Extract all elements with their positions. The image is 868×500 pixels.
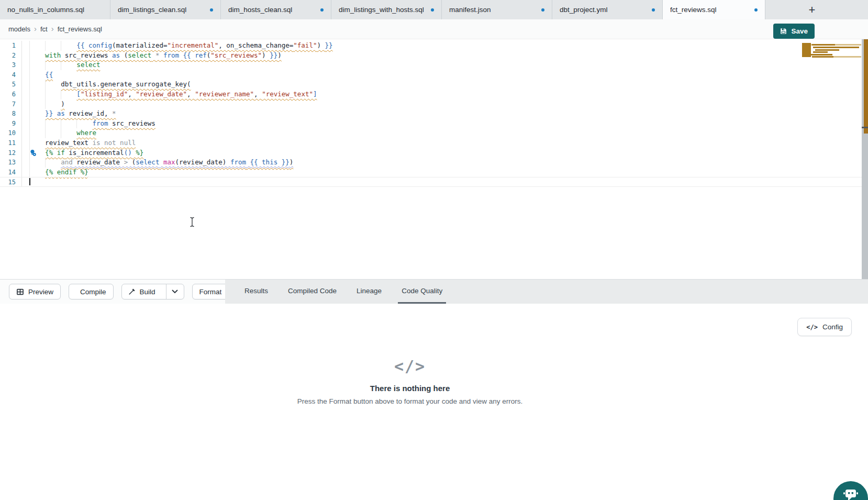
results-panel-tabs: ResultsCompiled CodeLineageCode Quality (225, 280, 868, 304)
code-editor[interactable]: 1{{ config(materialized="incremental", o… (0, 39, 868, 279)
code-line-content: review_text is not null (29, 138, 136, 148)
indent-guides (29, 80, 61, 90)
code-line-content: {{ (29, 70, 53, 80)
empty-state-subtitle: Press the Format button above to format … (0, 397, 820, 405)
file-tab-no_nulls_in_columns.sql[interactable]: no_nulls_in_columns.sql (0, 0, 110, 19)
file-tab-dbt_project.yml[interactable]: dbt_project.yml (552, 0, 663, 19)
code-line-content (29, 177, 30, 186)
compile-button[interactable]: Compile (69, 284, 114, 299)
build-dropdown-button[interactable] (166, 284, 184, 299)
code-line-3[interactable]: 3select (0, 60, 868, 70)
line-number: 5 (0, 80, 22, 90)
text-caret (29, 178, 30, 185)
scrollbar-thumb[interactable] (862, 127, 868, 128)
warning-squiggle: ["listing_id", "review_date", "reviewer_… (76, 90, 317, 98)
build-button[interactable]: Build (121, 284, 184, 299)
button-label: Format (199, 288, 222, 296)
save-button-label: Save (791, 27, 808, 35)
code-line-2[interactable]: 2with src_reviews as (select * from {{ r… (0, 51, 868, 61)
code-line-content: {{ config(materialized="incremental", on… (29, 41, 333, 51)
code-line-content: from src_reviews (29, 119, 155, 129)
breadcrumb: models›fct›fct_reviews.sql (0, 25, 102, 33)
breadcrumb-item[interactable]: models (8, 25, 30, 33)
indent-guides (29, 90, 76, 99)
bottom-action-bar: PreviewCompileBuildFormat ResultsCompile… (0, 279, 868, 304)
code-line-content: {% endif %} (29, 168, 88, 177)
code-line-content: dbt_utils.generate_surrogate_key( (29, 80, 191, 90)
code-line-12[interactable]: 12{% if is_incremental() %} (0, 148, 868, 158)
line-number: 15 (0, 177, 22, 186)
editor-minimap[interactable] (802, 43, 861, 59)
new-tab-button[interactable]: + (803, 0, 821, 19)
panel-tab-code-quality[interactable]: Code Quality (398, 280, 446, 304)
line-number: 12 (0, 148, 22, 158)
code-line-5[interactable]: 5dbt_utils.generate_surrogate_key( (0, 80, 868, 90)
scrollbar-warning-marks (864, 39, 868, 134)
line-number: 6 (0, 90, 22, 99)
unsaved-changes-dot-icon (541, 8, 544, 12)
file-tab-dim_listings_with_hosts.sql[interactable]: dim_listings_with_hosts.sql (331, 0, 442, 19)
indent-guides (29, 168, 45, 177)
code-line-content: with src_reviews as (select * from {{ re… (29, 51, 282, 61)
minimap-code-bar (833, 56, 861, 58)
mouse-ibeam-cursor (189, 217, 195, 229)
code-quality-panel: </> Config </> There is nothing here Pre… (0, 304, 868, 500)
code-line-8[interactable]: 8}} as review_id, * (0, 109, 868, 119)
panel-tab-compiled-code[interactable]: Compiled Code (284, 280, 340, 304)
indent-guides (29, 119, 92, 129)
breadcrumb-item[interactable]: fct_reviews.sql (58, 25, 102, 33)
code-line-content: }} as review_id, * (29, 109, 116, 119)
panel-tab-lineage[interactable]: Lineage (353, 280, 385, 304)
panel-tab-results[interactable]: Results (241, 280, 272, 304)
code-line-9[interactable]: 9from src_reviews (0, 119, 868, 129)
minimap-code-bar (813, 47, 859, 48)
code-line-10[interactable]: 10where (0, 128, 868, 138)
code-line-content: ["listing_id", "review_date", "reviewer_… (29, 90, 317, 99)
unsaved-changes-dot-icon (754, 8, 758, 12)
code-line-4[interactable]: 4{{ (0, 70, 868, 80)
robot-icon (842, 488, 859, 500)
code-line-content: select (29, 60, 101, 70)
preview-button[interactable]: Preview (9, 284, 61, 299)
save-button[interactable]: Save (773, 24, 815, 39)
indent-guides (29, 109, 45, 119)
build-main-button[interactable]: Build (122, 284, 162, 299)
file-tabs: no_nulls_in_columns.sqldim_listings_clea… (0, 0, 765, 19)
unsaved-changes-dot-icon (652, 8, 655, 12)
warning-squiggle: from src_reviews (92, 119, 155, 127)
file-tab-label: dim_listings_with_hosts.sql (339, 6, 427, 14)
indent-guides (29, 128, 76, 138)
format-button[interactable]: Format (192, 284, 229, 299)
line-number: 8 (0, 109, 22, 119)
file-tab-dim_listings_clean.sql[interactable]: dim_listings_clean.sql (110, 0, 221, 19)
file-tab-label: dim_listings_clean.sql (118, 6, 206, 14)
code-line-6[interactable]: 6["listing_id", "review_date", "reviewer… (0, 90, 868, 99)
breadcrumb-item[interactable]: fct (40, 25, 48, 33)
code-lines: 1{{ config(materialized="incremental", o… (0, 39, 868, 187)
unsaved-changes-dot-icon (320, 8, 324, 12)
file-tab-fct_reviews.sql[interactable]: fct_reviews.sql (663, 0, 765, 19)
empty-state: </> There is nothing here Press the Form… (0, 357, 820, 405)
file-tab-manifest.json[interactable]: manifest.json (442, 0, 552, 19)
line-number: 11 (0, 138, 22, 148)
empty-state-title: There is nothing here (0, 384, 820, 393)
warning-squiggle: select (76, 61, 100, 69)
save-icon (780, 28, 787, 35)
file-tab-bar: no_nulls_in_columns.sqldim_listings_clea… (0, 0, 868, 19)
file-tab-dim_hosts_clean.sql[interactable]: dim_hosts_clean.sql (221, 0, 331, 19)
code-line-13[interactable]: 13and review_date > (select max(review_d… (0, 158, 868, 168)
code-line-14[interactable]: 14{% endif %} (0, 168, 868, 177)
code-line-7[interactable]: 7) (0, 99, 868, 109)
editor-scrollbar[interactable] (862, 39, 868, 279)
minimap-code-bar (811, 54, 832, 55)
code-line-15[interactable]: 15 (0, 177, 868, 187)
code-line-11[interactable]: 11review_text is not null (0, 138, 868, 148)
file-tab-label: dim_hosts_clean.sql (228, 6, 316, 14)
breadcrumb-separator-icon: › (34, 24, 37, 33)
unsaved-changes-dot-icon (431, 8, 434, 12)
code-slash-icon: </> (0, 357, 820, 375)
config-button[interactable]: </> Config (797, 318, 852, 336)
code-line-content: where (29, 128, 96, 138)
indent-guides (29, 138, 45, 148)
code-line-1[interactable]: 1{{ config(materialized="incremental", o… (0, 41, 868, 51)
